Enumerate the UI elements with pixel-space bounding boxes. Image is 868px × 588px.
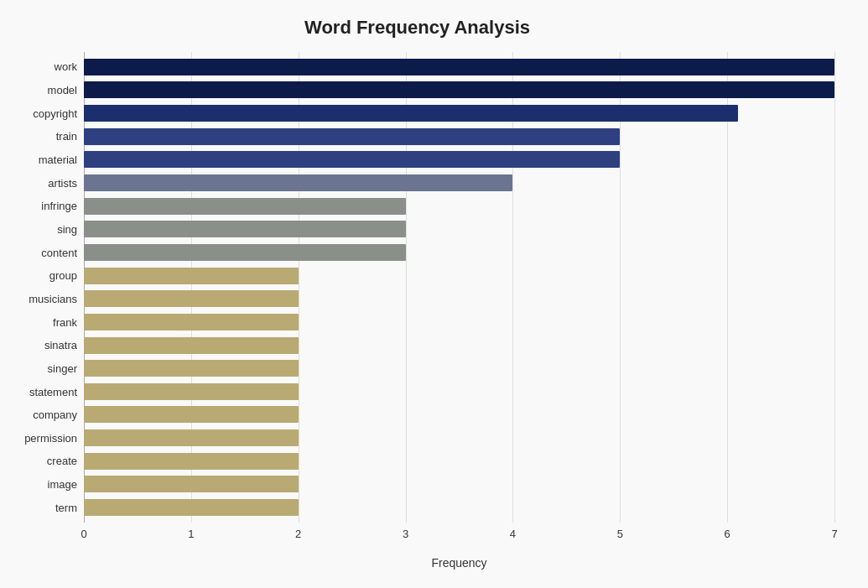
bar [84,360,299,377]
bar [84,105,738,122]
y-axis-label: copyright [33,101,77,125]
bar [84,174,512,191]
x-axis-label: Frequency [84,556,834,570]
bar-row [84,357,834,379]
y-axis-label: frank [53,310,77,334]
grid-line [834,52,835,523]
bar [84,476,299,492]
bar [84,221,406,237]
y-axis-label: permission [24,427,77,450]
x-tick-label: 6 [725,528,730,540]
bar-row [84,381,834,403]
y-axis-label: artists [48,171,77,195]
y-axis-labels: workmodelcopyrighttrainmaterialartistsin… [0,52,84,523]
bar-row [84,265,834,287]
y-axis-label: material [39,148,77,172]
chart-container: Word Frequency Analysis workmodelcopyrig… [0,0,868,588]
bar-row [84,311,834,333]
bar [84,198,406,215]
chart-title: Word Frequency Analysis [0,17,834,39]
bar [84,81,834,98]
bar-row [84,172,834,194]
chart-area: workmodelcopyrighttrainmaterialartistsin… [0,52,834,523]
bars-wrapper [84,52,834,523]
x-tick-label: 5 [617,528,623,540]
bottom-area: 01234567 Frequency [0,528,834,570]
x-tick-label: 3 [403,528,408,540]
bar-row [84,450,834,472]
bar [84,314,299,330]
bar [84,268,299,284]
bar [84,383,299,400]
bar [84,429,299,446]
bar [84,244,406,261]
bar-row [84,148,834,170]
y-axis-label: sing [57,218,77,242]
y-axis-label: sinatra [44,334,77,357]
y-axis-label: company [33,403,77,427]
bar-row [84,218,834,240]
y-axis-label: musicians [29,288,77,311]
bar-row [84,427,834,449]
bar-row [84,79,834,101]
x-tick-label: 7 [831,528,837,540]
bar [84,290,299,307]
bar [84,59,834,75]
x-tick-label: 0 [81,528,86,540]
bars-and-grid [84,52,834,523]
y-axis-label: train [56,125,77,148]
y-axis-label: work [55,55,77,79]
y-axis-label: statement [29,380,77,403]
x-axis: 01234567 [84,528,834,553]
bar-row [84,403,834,425]
x-tick-label: 2 [295,528,301,540]
bar-row [84,473,834,495]
y-axis-label: image [48,473,77,497]
bar [84,406,299,423]
bar-row [84,335,834,356]
x-tick-label: 4 [510,528,516,540]
y-axis-label: group [49,264,77,288]
bar-row [84,102,834,124]
grid-and-bars [84,52,834,523]
x-tick-label: 1 [188,528,194,540]
bar-row [84,195,834,217]
y-axis-label: singer [48,357,77,381]
bar-row [84,56,834,78]
bar [84,151,620,168]
bar [84,128,620,145]
y-axis-label: term [55,496,77,519]
y-axis-label: model [48,79,77,102]
bar [84,499,299,516]
bar-row [84,126,834,148]
bar-row [84,497,834,518]
bar [84,337,299,354]
bar [84,453,299,470]
y-axis-label: content [41,241,77,264]
y-axis-label: create [47,450,77,473]
bar-row [84,288,834,310]
bar-row [84,242,834,263]
y-axis-label: infringe [41,195,77,218]
